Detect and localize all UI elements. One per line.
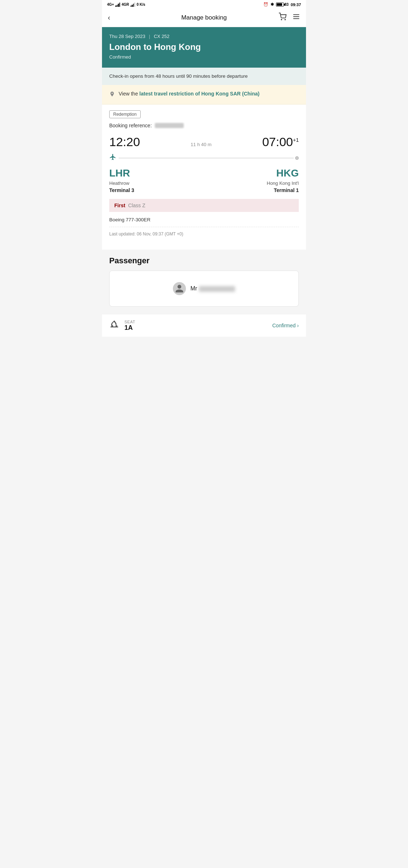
plane-icon [109,153,116,162]
airport-codes-row: LHR HKG [109,167,299,179]
signal-bars-1 [115,3,120,7]
restriction-link[interactable]: latest travel restriction of Hong Kong S… [139,91,259,97]
origin-terminal: Terminal 3 [109,187,134,193]
booking-ref-value [155,123,184,128]
seat-status-text: Confirmed [272,323,296,328]
aircraft-info: Boeing 777-300ER [109,217,299,222]
flight-number: CX 252 [154,34,169,39]
flight-duration: 11 h 40 m [191,142,212,147]
progress-line [119,158,294,158]
booking-route: London to Hong Kong [109,42,299,52]
passenger-name: Mr [190,285,235,292]
booking-date: Thu 28 Sep 2023 [109,34,145,39]
booking-ref-label: Booking reference: [109,123,152,128]
alarm-icon: ⏰ [263,2,268,7]
redemption-badge: Redemption [109,110,141,118]
divider: | [149,34,150,39]
bluetooth-icon: ✱ [271,2,274,7]
pin-icon [109,90,115,99]
passenger-prefix: Mr [190,285,197,292]
flight-times-row: 12:20 11 h 40 m 07:00+1 [109,135,299,149]
chevron-right-icon: › [297,323,299,328]
seat-confirmed-button[interactable]: Confirmed › [272,323,299,328]
arrival-day-offset: +1 [293,137,299,143]
nav-bar: ‹ Manage booking [102,8,306,27]
seat-label: SEAT [124,320,135,324]
arrival-time: 07:00+1 [262,135,299,149]
page-title: Manage booking [181,14,227,21]
destination-name: Hong Kong Int'l [267,180,299,186]
booking-header: Thu 28 Sep 2023 | CX 252 London to Hong … [102,27,306,68]
origin-name: Heathrow [109,180,129,186]
cart-button[interactable] [279,13,286,22]
class-first-label: First [114,203,125,208]
seat-info: SEAT 1A [124,320,135,332]
checkin-info: Check-in opens from 48 hours until 90 mi… [102,68,306,85]
menu-button[interactable] [292,13,300,22]
passenger-section-title: Passenger [102,250,306,271]
network2-label: 4GR [122,3,129,7]
class-type-label: Class Z [128,203,145,208]
nav-actions [279,13,300,22]
seat-icon [109,319,119,332]
battery-indicator: 83 [276,3,289,7]
destination-terminal: Terminal 1 [274,187,299,193]
back-button[interactable]: ‹ [108,12,113,23]
flight-details-section: Redemption Booking reference: 12:20 11 h… [102,105,306,250]
airport-names-row: Heathrow Hong Kong Int'l [109,180,299,186]
destination-code: HKG [276,167,299,179]
battery-percent: 83 [285,3,289,7]
svg-point-1 [285,19,285,20]
booking-meta: Thu 28 Sep 2023 | CX 252 [109,34,299,39]
svg-point-0 [281,19,282,20]
seat-number: 1A [124,324,135,332]
departure-time: 12:20 [109,135,140,149]
status-indicators: ⏰ ✱ 83 09:37 [263,2,301,7]
clock-time: 09:37 [291,3,301,7]
status-bar: 4G+ 4GR 0 K/s ⏰ ✱ 83 09:37 [102,0,306,8]
seat-row[interactable]: SEAT 1A Confirmed › [102,314,306,337]
origin-code: LHR [109,167,130,179]
restriction-banner: View the latest travel restriction of Ho… [102,85,306,105]
passenger-name-blurred [199,286,235,292]
section-divider [109,227,299,227]
booking-status-label: Confirmed [109,54,299,60]
passenger-card: Mr [109,271,299,307]
checkin-text: Check-in opens from 48 hours until 90 mi… [109,73,248,79]
restriction-text: View the latest travel restriction of Ho… [119,90,259,98]
seat-left: SEAT 1A [109,319,135,332]
progress-dot [295,156,299,160]
flight-progress-bar [109,153,299,162]
signal-bars-2 [131,3,135,7]
network-label: 4G+ [107,3,114,7]
terminals-row: Terminal 3 Terminal 1 [109,187,299,193]
data-speed: 0 K/s [137,3,145,7]
status-network: 4G+ 4GR 0 K/s [107,3,145,7]
restriction-pre: View the [119,91,139,97]
passenger-avatar [173,282,186,295]
last-updated: Last updated: 06 Nov, 09:37 (GMT +0) [109,231,299,237]
class-badge: First Class Z [109,199,299,212]
booking-reference-row: Booking reference: [109,123,299,128]
